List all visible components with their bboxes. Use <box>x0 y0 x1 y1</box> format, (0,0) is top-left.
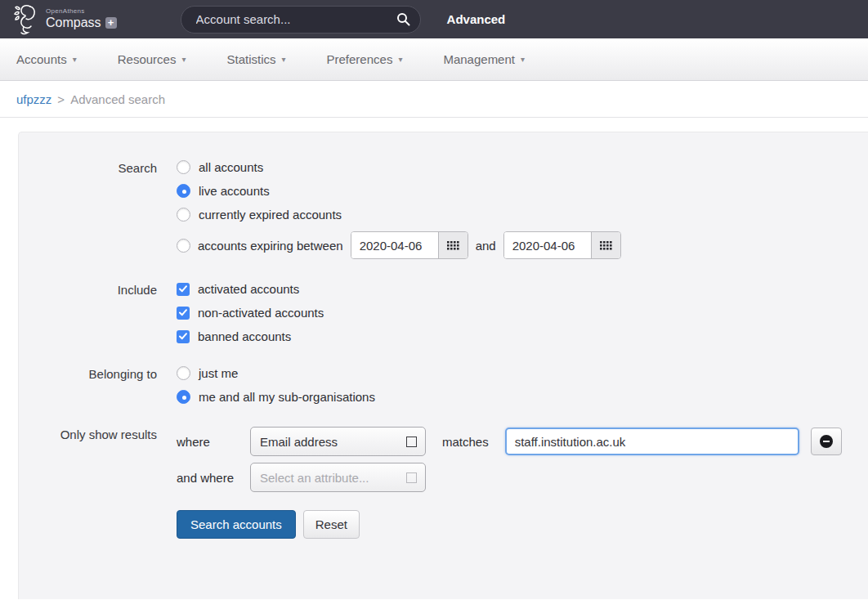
radio-expired-accounts[interactable] <box>177 208 190 222</box>
brand-text: OpenAthens Compass + <box>46 8 117 29</box>
attribute-select-value: Email address <box>260 435 338 449</box>
include-group: Include activated accounts non-activated… <box>38 282 868 343</box>
date-from-calendar-button[interactable] <box>438 232 468 258</box>
nav-item-preferences[interactable]: Preferences ▾ <box>327 52 403 66</box>
nav-item-statistics[interactable]: Statistics ▾ <box>226 52 285 66</box>
chevron-down-icon: ▾ <box>521 55 525 64</box>
checkbox-activated-accounts[interactable] <box>177 283 190 296</box>
search-accounts-button[interactable]: Search accounts <box>177 510 296 539</box>
checkbox-banned-accounts[interactable] <box>177 330 190 343</box>
minus-icon <box>820 435 833 448</box>
plus-badge-icon: + <box>105 17 117 29</box>
date-from-group <box>351 231 468 259</box>
radio-me-and-sub-organisations[interactable] <box>177 390 190 404</box>
radio-label: me and all my sub-organisations <box>199 390 375 404</box>
check-icon <box>179 285 187 293</box>
radio-label: accounts expiring between <box>198 239 343 253</box>
brand-name-label: Compass <box>46 16 101 30</box>
checkbox-option-banned: banned accounts <box>177 329 868 343</box>
brand-top-label: OpenAthens <box>46 8 117 16</box>
radio-option-all-accounts: all accounts <box>177 160 868 174</box>
belonging-group-label: Belonging to <box>38 366 157 404</box>
chevron-down-icon: ▾ <box>281 55 285 64</box>
dropdown-box-icon <box>406 472 417 483</box>
search-group: Search all accounts live accounts curren… <box>38 160 868 259</box>
date-from-input[interactable] <box>351 232 438 258</box>
filter-row-2: and where Select an attribute... <box>177 463 868 492</box>
main-nav: Accounts ▾ Resources ▾ Statistics ▾ Pref… <box>0 38 868 81</box>
attribute-select-2[interactable]: Select an attribute... <box>250 463 426 492</box>
app-header: OpenAthens Compass + Advanced <box>0 0 868 38</box>
filter-row-1: where Email address matches <box>177 427 868 456</box>
radio-all-accounts[interactable] <box>177 160 190 174</box>
radio-label: all accounts <box>199 160 263 174</box>
filters-group: Only show results where Email address ma… <box>38 427 868 539</box>
brand-logo[interactable]: OpenAthens Compass + <box>13 3 117 36</box>
chevron-down-icon: ▾ <box>73 55 77 64</box>
radio-label: live accounts <box>199 184 270 198</box>
and-where-label: and where <box>177 471 237 485</box>
radio-option-expiring-between: accounts expiring between and <box>177 231 868 259</box>
filters-group-label: Only show results <box>38 427 157 539</box>
calendar-grid-icon <box>447 241 459 250</box>
where-label: where <box>177 435 237 449</box>
form-actions: Search accounts Reset <box>177 510 868 539</box>
date-to-group <box>503 231 621 259</box>
attribute-select-1[interactable]: Email address <box>250 427 426 456</box>
search-group-label: Search <box>38 160 157 259</box>
date-to-input[interactable] <box>504 232 591 258</box>
dropdown-box-icon <box>406 437 417 447</box>
radio-option-expired-accounts: currently expired accounts <box>177 208 868 222</box>
check-icon <box>179 333 187 340</box>
date-to-calendar-button[interactable] <box>591 232 620 258</box>
radio-just-me[interactable] <box>177 366 190 380</box>
advanced-search-link[interactable]: Advanced <box>447 12 506 26</box>
belonging-group: Belonging to just me me and all my sub-o… <box>38 366 868 404</box>
account-search-input[interactable] <box>196 12 396 26</box>
advanced-search-panel: Search all accounts live accounts curren… <box>18 132 868 599</box>
attribute-select-placeholder: Select an attribute... <box>260 471 369 485</box>
breadcrumb: ufpzzz > Advanced search <box>0 81 868 118</box>
include-group-label: Include <box>38 282 157 343</box>
nav-item-resources[interactable]: Resources ▾ <box>118 52 186 66</box>
date-and-label: and <box>476 239 496 253</box>
search-icon[interactable] <box>396 12 410 26</box>
radio-live-accounts[interactable] <box>177 184 190 198</box>
radio-option-me-and-subs: me and all my sub-organisations <box>177 390 868 404</box>
breadcrumb-separator: > <box>57 92 65 106</box>
matches-label: matches <box>442 435 489 449</box>
filter-value-input[interactable] <box>505 428 799 455</box>
radio-label: just me <box>199 366 238 380</box>
checkbox-label: non-activated accounts <box>198 306 324 320</box>
radio-expiring-between[interactable] <box>177 239 190 253</box>
chevron-down-icon: ▾ <box>181 55 186 64</box>
radio-label: currently expired accounts <box>199 208 342 222</box>
check-icon <box>179 309 187 316</box>
owl-logo-icon <box>13 3 41 36</box>
radio-option-just-me: just me <box>177 366 868 380</box>
remove-filter-button[interactable] <box>811 428 842 455</box>
checkbox-option-non-activated: non-activated accounts <box>177 306 868 320</box>
checkbox-label: activated accounts <box>198 282 299 296</box>
nav-item-management[interactable]: Management ▾ <box>443 52 525 66</box>
nav-item-accounts[interactable]: Accounts ▾ <box>16 52 77 66</box>
reset-button[interactable]: Reset <box>303 510 360 539</box>
calendar-grid-icon <box>600 241 612 250</box>
checkbox-non-activated-accounts[interactable] <box>177 307 190 320</box>
account-search-pill[interactable] <box>181 6 421 34</box>
checkbox-option-activated: activated accounts <box>177 282 868 296</box>
breadcrumb-org-link[interactable]: ufpzzz <box>16 92 51 106</box>
checkbox-label: banned accounts <box>198 329 291 343</box>
breadcrumb-current-page: Advanced search <box>70 92 165 106</box>
radio-option-live-accounts: live accounts <box>177 184 868 198</box>
chevron-down-icon: ▾ <box>398 55 402 64</box>
